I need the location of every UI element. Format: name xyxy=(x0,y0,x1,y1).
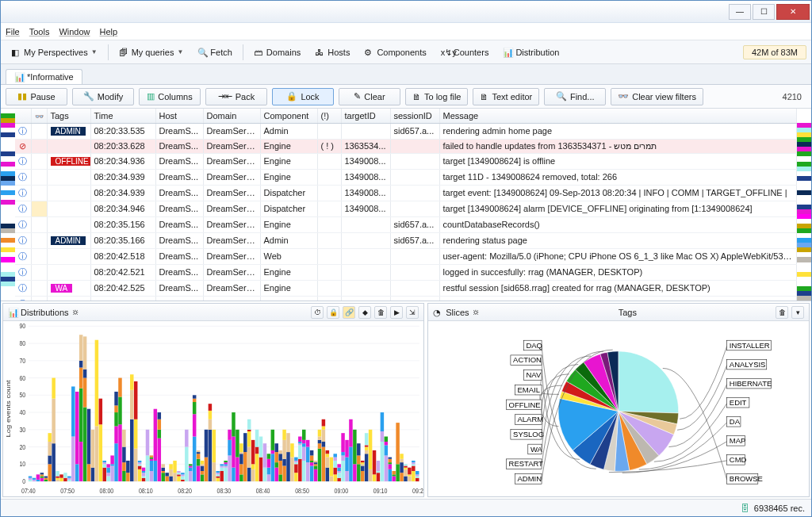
svg-rect-169 xyxy=(205,430,208,458)
svg-rect-131 xyxy=(161,464,164,467)
slices-tool-2[interactable]: ▾ xyxy=(791,306,804,319)
minimize-button[interactable]: — xyxy=(729,4,751,20)
table-row[interactable]: ⓘ08:20:34.946DreamS...DreamServ...Dispat… xyxy=(15,201,797,216)
tologfile-button[interactable]: 🗎To log file xyxy=(405,88,468,105)
modify-button[interactable]: 🔧Modify xyxy=(72,88,134,105)
svg-rect-248 xyxy=(298,459,301,481)
svg-rect-112 xyxy=(142,473,145,476)
counters-button[interactable]: x↯yCounters xyxy=(435,45,495,59)
svg-rect-76 xyxy=(103,462,106,464)
svg-rect-41 xyxy=(52,378,55,399)
table-row[interactable]: ⓘOFFLINE08:20:34.936DreamS...DreamServ..… xyxy=(15,153,797,169)
svg-rect-111 xyxy=(142,477,145,478)
clearfilters-button[interactable]: 👓Clear view filters xyxy=(611,88,703,105)
lock-button[interactable]: 🔒Lock xyxy=(272,88,334,105)
svg-rect-34 xyxy=(44,477,48,478)
svg-rect-84 xyxy=(110,455,113,464)
svg-rect-60 xyxy=(79,361,82,368)
svg-rect-353 xyxy=(404,464,407,465)
table-row[interactable]: ⊘08:20:33.628DreamS...DreamServ...Engine… xyxy=(15,139,797,153)
col-header[interactable]: targetID xyxy=(341,109,390,123)
svg-rect-317 xyxy=(365,450,368,454)
svg-rect-361 xyxy=(412,461,415,462)
svg-rect-100 xyxy=(130,390,133,419)
svg-text:SYSLOG: SYSLOG xyxy=(513,430,544,438)
svg-rect-99 xyxy=(130,419,133,481)
svg-rect-316 xyxy=(365,454,368,481)
svg-rect-272 xyxy=(318,443,321,449)
dist-tool-1[interactable]: ⏱ xyxy=(311,306,324,319)
dist-tool-5[interactable]: 🗑 xyxy=(374,306,387,319)
slices-tool-1[interactable]: 🗑 xyxy=(776,306,788,319)
pause-button[interactable]: ▮▮Pause xyxy=(6,88,67,105)
table-row[interactable]: ⓘADMIN08:20:35.166DreamS...DreamServ...A… xyxy=(15,232,797,248)
svg-text:07:40: 07:40 xyxy=(21,487,36,495)
distributions-panel: 📊 Distributions ⛭ ⏱ 🔒 🔗 ◆ 🗑 ▶ ⇲ 01020304… xyxy=(2,303,424,497)
table-row[interactable]: ⓘADMIN08:20:33.535DreamS...DreamServ...A… xyxy=(15,123,797,139)
col-header[interactable]: 👓 xyxy=(31,109,47,123)
maximize-button[interactable]: ☐ xyxy=(753,4,775,20)
find-button[interactable]: 🔍Find... xyxy=(544,88,606,105)
menu-file[interactable]: File xyxy=(6,27,20,36)
col-header[interactable]: Time xyxy=(90,109,155,123)
svg-rect-333 xyxy=(385,442,388,445)
col-header[interactable]: Host xyxy=(155,109,203,123)
svg-rect-308 xyxy=(357,464,360,481)
table-row[interactable]: ⓘWA08:20:42.525DreamS...DreamServ...Engi… xyxy=(15,280,797,296)
col-header[interactable]: (!) xyxy=(317,109,341,123)
fetch-button[interactable]: 🔍Fetch xyxy=(192,45,238,59)
table-row[interactable]: ⓘ08:20:34.939DreamS...DreamServ...Engine… xyxy=(15,169,797,185)
table-row[interactable]: ⓘ08:20:34.939DreamS...DreamServ...Dispat… xyxy=(15,185,797,201)
texteditor-button[interactable]: 🗎Text editor xyxy=(473,88,539,105)
domains-button[interactable]: 🗃Domains xyxy=(248,45,306,59)
svg-rect-265 xyxy=(310,450,313,456)
svg-rect-322 xyxy=(369,430,372,469)
col-header[interactable]: Domain xyxy=(203,109,260,123)
menu-tools[interactable]: Tools xyxy=(29,27,50,36)
svg-rect-145 xyxy=(181,474,184,476)
clear-button[interactable]: ✎Clear xyxy=(339,88,400,105)
dist-tool-4[interactable]: ◆ xyxy=(358,306,371,319)
svg-rect-35 xyxy=(48,464,51,481)
svg-rect-258 xyxy=(306,462,309,481)
pack-button[interactable]: ⇥⇤Pack xyxy=(205,88,267,105)
components-button[interactable]: ⚙Components xyxy=(358,45,431,59)
menu-window[interactable]: Window xyxy=(59,27,90,36)
svg-rect-345 xyxy=(400,473,403,481)
table-row[interactable]: ⓘ08:20:42.521DreamS...DreamServ...Engine… xyxy=(15,264,797,280)
col-header[interactable] xyxy=(15,109,31,123)
svg-rect-246 xyxy=(294,461,297,462)
col-header[interactable]: Message xyxy=(439,109,797,123)
svg-rect-217 xyxy=(259,437,262,458)
col-header[interactable]: Tags xyxy=(47,109,90,123)
table-row[interactable]: ⓘ08:20:42.518DreamS...DreamServ...Webuse… xyxy=(15,248,797,264)
svg-rect-364 xyxy=(416,474,419,476)
svg-text:20: 20 xyxy=(19,443,25,451)
svg-rect-51 xyxy=(67,478,71,480)
svg-rect-176 xyxy=(216,478,220,481)
dist-tool-6[interactable]: ▶ xyxy=(390,306,403,319)
dist-tool-7[interactable]: ⇲ xyxy=(406,306,419,319)
svg-rect-185 xyxy=(224,468,227,481)
log-table[interactable]: 👓TagsTimeHostDomainComponent(!)targetIDs… xyxy=(15,109,797,301)
svg-rect-293 xyxy=(337,473,340,478)
queries-dropdown[interactable]: 🗐My queries▼ xyxy=(113,45,190,59)
svg-rect-252 xyxy=(298,437,301,442)
distribution-button[interactable]: 📊Distribution xyxy=(497,45,565,59)
dist-tool-3[interactable]: 🔗 xyxy=(343,306,355,319)
perspectives-dropdown[interactable]: ◧My Perspectives▼ xyxy=(6,45,103,59)
col-header[interactable]: sessionID xyxy=(390,109,439,123)
hosts-button[interactable]: 🖧Hosts xyxy=(309,45,355,59)
table-row[interactable]: ⓘ08:20:35.156DreamS...DreamServ...Engine… xyxy=(15,216,797,232)
svg-rect-95 xyxy=(122,447,125,463)
svg-rect-230 xyxy=(274,443,278,452)
svg-rect-190 xyxy=(228,455,231,481)
columns-button[interactable]: ▥Columns xyxy=(139,88,201,105)
col-header[interactable]: Component xyxy=(260,109,317,123)
close-button[interactable]: ✕ xyxy=(776,4,810,20)
menu-help[interactable]: Help xyxy=(100,27,118,36)
svg-rect-40 xyxy=(52,399,55,444)
slices-tags-header: Tags xyxy=(483,308,772,317)
dist-tool-2[interactable]: 🔒 xyxy=(327,306,339,319)
tab-informative[interactable]: 📊*Informative xyxy=(6,69,82,84)
